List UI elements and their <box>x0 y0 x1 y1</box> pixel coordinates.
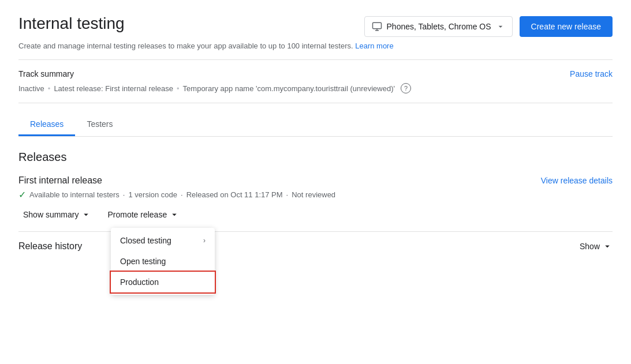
release-status: Available to internal testers <box>29 190 120 199</box>
divider-1 <box>18 59 613 60</box>
track-summary-row: Track summary Pause track <box>18 69 613 78</box>
dot-2: • <box>177 84 180 93</box>
dropdown-item-production[interactable]: Production <box>111 272 215 292</box>
dropdown-item-open-testing[interactable]: Open testing <box>111 251 215 272</box>
app-name-text: Temporary app name 'com.mycompany.touris… <box>183 84 395 93</box>
chevron-right-icon: › <box>203 237 206 245</box>
divider-3 <box>18 231 613 232</box>
monitor-icon <box>372 21 382 32</box>
dot-1: • <box>48 84 51 93</box>
review-status: Not reviewed <box>292 190 335 199</box>
dot-4: · <box>181 190 183 199</box>
release-meta: ✓ Available to internal testers · 1 vers… <box>18 189 613 200</box>
released-on: Released on Oct 11 1:17 PM <box>186 190 283 199</box>
svg-rect-0 <box>372 22 381 29</box>
promote-dropdown-menu: Closed testing › Open testing Production <box>111 228 215 295</box>
release-history-title: Release history <box>18 241 82 252</box>
chevron-down-icon-summary <box>81 209 91 220</box>
version-code: 1 version code <box>128 190 177 199</box>
view-release-details-link[interactable]: View release details <box>541 176 613 185</box>
tab-testers[interactable]: Testers <box>75 112 124 136</box>
chevron-down-icon-history <box>602 241 613 252</box>
tab-releases[interactable]: Releases <box>18 112 75 136</box>
show-summary-button[interactable]: Show summary <box>18 207 96 222</box>
track-status: Inactive <box>18 84 44 93</box>
latest-release-text: Latest release: First internal release <box>54 84 173 93</box>
release-name: First internal release <box>18 175 102 186</box>
divider-2 <box>18 103 613 103</box>
dot-3: · <box>123 190 125 199</box>
page-subtitle: Create and manage internal testing relea… <box>18 42 613 50</box>
track-meta: Inactive • Latest release: First interna… <box>18 83 613 93</box>
release-actions: Show summary Promote release Closed test… <box>18 207 613 222</box>
release-history-row: Release history Show <box>18 241 613 252</box>
page-title: Internal testing <box>18 14 125 33</box>
learn-more-link[interactable]: Learn more <box>355 42 393 50</box>
available-status-icon: ✓ <box>18 189 26 200</box>
chevron-down-icon-promote <box>169 209 180 220</box>
chevron-down-icon <box>496 22 505 31</box>
page-container: Internal testing Phones, Tablets, Chrome… <box>0 0 631 265</box>
releases-section-title: Releases <box>18 151 613 164</box>
promote-release-button[interactable]: Promote release <box>103 207 184 222</box>
dropdown-item-closed-testing[interactable]: Closed testing › <box>111 230 215 251</box>
show-history-button[interactable]: Show <box>580 241 613 252</box>
create-release-button[interactable]: Create new release <box>520 16 613 37</box>
tabs-row: Releases Testers <box>18 112 613 137</box>
pause-track-button[interactable]: Pause track <box>570 69 613 78</box>
track-summary-label: Track summary <box>18 69 74 78</box>
device-selector-label: Phones, Tablets, Chrome OS <box>387 22 491 31</box>
header-row: Internal testing Phones, Tablets, Chrome… <box>18 14 613 37</box>
header-actions: Phones, Tablets, Chrome OS Create new re… <box>364 16 613 37</box>
release-header: First internal release View release deta… <box>18 175 613 186</box>
device-selector-button[interactable]: Phones, Tablets, Chrome OS <box>364 16 513 37</box>
help-icon[interactable]: ? <box>401 83 411 93</box>
dot-5: · <box>286 190 289 199</box>
title-area: Internal testing <box>18 14 125 33</box>
